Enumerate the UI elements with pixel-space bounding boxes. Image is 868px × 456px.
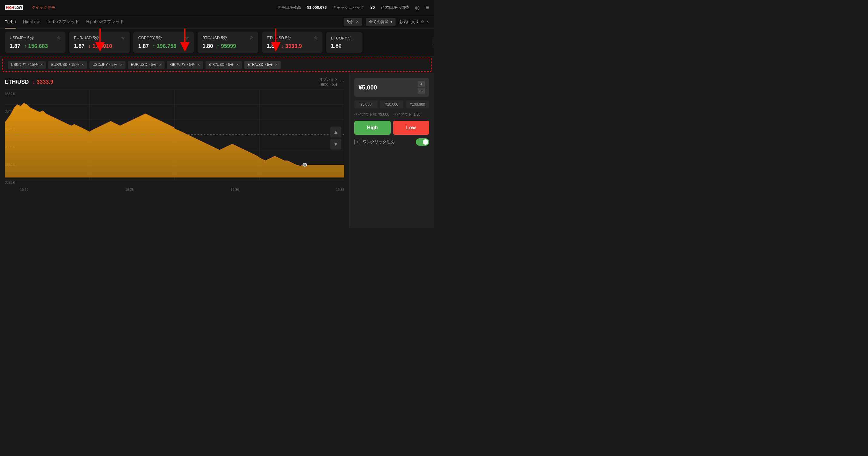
sub-tab-close-gbpjpy-5m[interactable]: ✕ xyxy=(197,63,200,67)
payout-eurusd: 1.87 xyxy=(74,43,85,50)
pair-label: GBP/JPY 5分 xyxy=(138,35,162,41)
one-click-toggle[interactable] xyxy=(416,138,429,146)
sub-tab-label: BTC/USD・5分 xyxy=(209,62,234,67)
switch-account-button[interactable]: ⇄ 本口座へ切替 xyxy=(381,5,409,10)
favorite-button[interactable]: お気に入り ☆ ∧ xyxy=(399,19,429,25)
x-axis: 19:20 19:25 19:30 19:35 xyxy=(5,187,344,192)
tab-highlow[interactable]: HighLow xyxy=(23,18,39,26)
chart-price: ↓ 3333.9 xyxy=(32,79,53,85)
payout-usdjpy: 1.87 xyxy=(10,43,20,50)
pair-label: ETH/USD 5分 xyxy=(267,35,291,41)
sub-tab-ethusd-5m[interactable]: ETH/USD・5分 ✕ xyxy=(244,61,281,69)
sub-tab-gbpjpy-5m[interactable]: GBP/JPY・5分 ✕ xyxy=(167,61,203,69)
sub-tab-usdjpy-15s[interactable]: USD/JPY・15秒 ✕ xyxy=(8,61,46,69)
sub-tab-eurusd-5m[interactable]: EUR/USD・5分 ✕ xyxy=(128,61,165,69)
payout-ethusd: 1.80 xyxy=(267,43,277,50)
time-filter-close[interactable]: ✕ xyxy=(356,20,359,24)
main-tab-bar: Turbo HighLow Turboスプレッド HighLowスプレッド 5分… xyxy=(0,15,434,29)
chevron-down-icon: ▼ xyxy=(333,141,339,147)
time-filter[interactable]: 5分 ✕ xyxy=(344,18,362,26)
tab-turbo-spread[interactable]: Turboスプレッド xyxy=(47,18,79,26)
menu-icon[interactable]: ≡ xyxy=(426,4,429,10)
favorite-star-eurusd[interactable]: ☆ xyxy=(121,35,125,40)
plus-minus-controls: + − xyxy=(417,81,425,94)
asset-filter-label: 全ての資産 xyxy=(369,19,389,25)
payout-rate-value: 1.80 xyxy=(413,112,421,116)
payout-btcusd: 1.80 xyxy=(203,43,213,50)
chart-options: オプション Turbo・5分 ⋯ xyxy=(319,77,344,87)
plus-button[interactable]: + xyxy=(417,81,425,87)
price-gbpjpy: ↑ 196.758 xyxy=(152,43,176,50)
preset-amounts: ¥5,000 ¥20,000 ¥100,000 xyxy=(354,101,429,108)
payout-btcjpy: 1.80 xyxy=(331,43,342,49)
tab-highlow-spread[interactable]: HighLowスプレッド xyxy=(86,18,124,26)
asset-card-gbpjpy[interactable]: GBP/JPY 5分 ☆ 1.87 ↑ 196.758 xyxy=(133,32,194,53)
one-click-row: 1 ワンクリック注文 xyxy=(354,138,429,146)
payout-gbpjpy: 1.87 xyxy=(138,43,149,50)
payout-rate-label: ペイアウト: xyxy=(393,112,412,116)
minus-button[interactable]: − xyxy=(417,88,425,94)
amount-display: ¥5,000 xyxy=(359,84,377,91)
preset-100000[interactable]: ¥100,000 xyxy=(406,101,429,108)
favorite-star-usdjpy[interactable]: ☆ xyxy=(57,35,61,40)
price-usdjpy: ↑ 156.683 xyxy=(24,43,48,50)
sub-tab-eurusd-15s[interactable]: EUR/USD・15秒 ✕ xyxy=(48,61,87,69)
location-icon[interactable]: ◎ xyxy=(415,4,420,11)
asset-card-btcusd[interactable]: BTC/USD 5分 ☆ 1.80 ↑ 95999 xyxy=(197,32,258,53)
switch-icon: ⇄ xyxy=(381,5,384,10)
asset-card-usdjpy[interactable]: USD/JPY 5分 ☆ 1.87 ↑ 156.683 xyxy=(5,32,65,53)
sub-tab-label: USD/JPY・15秒 xyxy=(11,62,38,67)
quick-demo-badge: クイックデモ xyxy=(28,4,59,11)
favorite-label: お気に入り xyxy=(399,19,419,25)
x-label-1: 19:20 xyxy=(20,188,29,192)
option-label: オプション xyxy=(319,77,338,82)
logo-low: LOW xyxy=(14,6,22,9)
chart-title-bar: ETH/USD ↓ 3333.9 オプション Turbo・5分 ⋯ xyxy=(5,77,344,87)
sub-tab-label: EUR/USD・5分 xyxy=(131,62,157,67)
tab-turbo[interactable]: Turbo xyxy=(5,18,16,26)
asset-card-btcjpy[interactable]: BTC/JPY 5... 1.80 xyxy=(326,32,363,53)
scroll-right-button[interactable]: › xyxy=(432,37,434,48)
chart-container: 3350.0 3345.0 3340.0 3335.0 3330.0 3325.… xyxy=(5,89,344,187)
right-panel: ¥5,000 + − ¥5,000 ¥20,000 ¥100,000 ペイアウト… xyxy=(349,73,434,228)
high-button[interactable]: High xyxy=(354,121,391,135)
sub-tab-close-usdjpy-15s[interactable]: ✕ xyxy=(40,63,43,67)
chart-menu-icon[interactable]: ⋯ xyxy=(340,80,344,84)
preset-20000[interactable]: ¥20,000 xyxy=(380,101,403,108)
chart-svg xyxy=(5,89,344,180)
collapse-icon: ∧ xyxy=(426,20,429,24)
favorite-star-ethusd[interactable]: ☆ xyxy=(314,35,318,40)
sub-tab-usdjpy-5m[interactable]: USD/JPY・5分 ✕ xyxy=(89,61,125,69)
payout-amount-value: ¥9,000 xyxy=(378,112,390,116)
logo: HIGH LOW xyxy=(5,5,23,10)
favorite-star-gbpjpy[interactable]: ☆ xyxy=(185,35,189,40)
scroll-up-button[interactable]: ▲ xyxy=(330,126,341,137)
payout-info: ペイアウト額: ¥9,000 ペイアウト: 1.80 xyxy=(354,112,429,117)
sub-tab-btcusd-5m[interactable]: BTC/USD・5分 ✕ xyxy=(206,61,242,69)
x-label-3: 19:30 xyxy=(230,188,239,192)
sub-tab-close-usdjpy-5m[interactable]: ✕ xyxy=(120,63,122,67)
low-button[interactable]: Low xyxy=(393,121,430,135)
switch-label: 本口座へ切替 xyxy=(385,5,409,10)
header-right: デモ口座残高 ¥1,000,676 キャッシュバック ¥0 ⇄ 本口座へ切替 ◎… xyxy=(277,4,429,11)
pair-label: BTC/USD 5分 xyxy=(203,35,227,41)
main-content: ETH/USD ↓ 3333.9 オプション Turbo・5分 ⋯ 3350.0… xyxy=(0,73,434,228)
tab-bar-filters: 5分 ✕ 全ての資産 ▾ お気に入り ☆ ∧ xyxy=(344,18,429,26)
cashback-label: キャッシュバック xyxy=(333,5,364,10)
sub-tab-close-btcusd-5m[interactable]: ✕ xyxy=(236,63,239,67)
scroll-down-button[interactable]: ▼ xyxy=(330,139,341,149)
sub-tab-close-eurusd-15s[interactable]: ✕ xyxy=(81,63,84,67)
asset-card-eurusd[interactable]: EUR/USD 5分 ☆ 1.87 ↓ 1.04010 xyxy=(69,32,130,53)
preset-5000[interactable]: ¥5,000 xyxy=(354,101,378,108)
balance-label: デモ口座残高 xyxy=(277,5,301,10)
asset-filter[interactable]: 全ての資産 ▾ xyxy=(366,18,396,26)
high-low-buttons: High Low xyxy=(354,121,429,135)
price-ethusd: ↓ 3333.9 xyxy=(281,43,302,50)
sub-tab-close-eurusd-5m[interactable]: ✕ xyxy=(159,63,161,67)
favorite-star-btcusd[interactable]: ☆ xyxy=(249,35,253,40)
star-icon: ☆ xyxy=(421,20,424,24)
sub-tab-close-ethusd-5m[interactable]: ✕ xyxy=(275,63,278,67)
sub-tab-label: USD/JPY・5分 xyxy=(92,62,117,67)
chevron-down-icon: ▾ xyxy=(390,20,393,24)
asset-card-ethusd[interactable]: ETH/USD 5分 ☆ 1.80 ↓ 3333.9 xyxy=(262,32,322,53)
